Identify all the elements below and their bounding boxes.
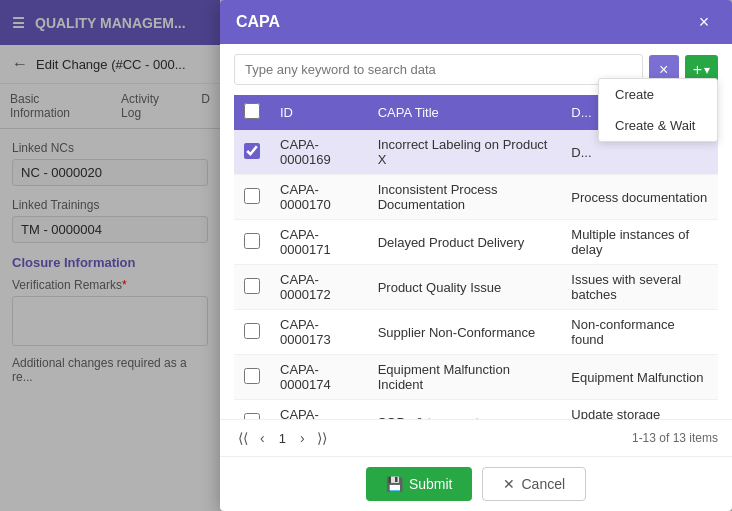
dropdown-arrow-icon: ▾ <box>704 63 710 77</box>
table-row: CAPA-0000170 Inconsistent Process Docume… <box>234 175 718 220</box>
row-checkbox[interactable] <box>244 323 260 339</box>
row-checkbox-cell <box>234 400 270 420</box>
row-id: CAPA-0000176 <box>270 400 368 420</box>
row-checkbox-cell <box>234 355 270 400</box>
modal-header: CAPA × <box>220 0 732 44</box>
row-checkbox[interactable] <box>244 188 260 204</box>
row-desc: Update storage location <box>561 400 718 420</box>
dropdown-menu: Create Create & Wait <box>598 78 718 142</box>
first-page-button[interactable]: ⟨⟨ <box>234 428 252 448</box>
modal-close-button[interactable]: × <box>692 10 716 34</box>
row-checkbox-cell <box>234 220 270 265</box>
dropdown-item-create-wait[interactable]: Create & Wait <box>599 110 717 141</box>
row-id: CAPA-0000171 <box>270 220 368 265</box>
table-row: CAPA-0000173 Supplier Non-Conformance No… <box>234 310 718 355</box>
row-desc: Non-conformance found <box>561 310 718 355</box>
row-id: CAPA-0000170 <box>270 175 368 220</box>
dropdown-item-create[interactable]: Create <box>599 79 717 110</box>
row-id: CAPA-0000174 <box>270 355 368 400</box>
submit-button[interactable]: 💾 Submit <box>366 467 473 501</box>
table-row: CAPA-0000172 Product Quality Issue Issue… <box>234 265 718 310</box>
row-checkbox-cell <box>234 310 270 355</box>
col-header-title: CAPA Title <box>368 95 562 130</box>
row-checkbox[interactable] <box>244 368 260 384</box>
search-input[interactable] <box>234 54 643 85</box>
prev-page-button[interactable]: ‹ <box>256 428 269 448</box>
col-header-id: ID <box>270 95 368 130</box>
modal-footer: 💾 Submit ✕ Cancel <box>220 456 732 511</box>
cancel-icon: ✕ <box>503 476 515 492</box>
table-row: CAPA-0000174 Equipment Malfunction Incid… <box>234 355 718 400</box>
row-checkbox[interactable] <box>244 233 260 249</box>
row-id: CAPA-0000173 <box>270 310 368 355</box>
row-checkbox[interactable] <box>244 143 260 159</box>
row-title: Delayed Product Delivery <box>368 220 562 265</box>
row-id: CAPA-0000169 <box>270 130 368 175</box>
plus-icon: + <box>693 61 702 79</box>
row-title: Equipment Malfunction Incident <box>368 355 562 400</box>
last-page-button[interactable]: ⟩⟩ <box>313 428 331 448</box>
submit-icon: 💾 <box>386 476 403 492</box>
row-desc: Equipment Malfunction <box>561 355 718 400</box>
modal-title: CAPA <box>236 13 280 31</box>
row-id: CAPA-0000172 <box>270 265 368 310</box>
row-title: Inconsistent Process Documentation <box>368 175 562 220</box>
row-desc: Multiple instances of delay <box>561 220 718 265</box>
pagination-row: ⟨⟨ ‹ 1 › ⟩⟩ 1-13 of 13 items <box>220 419 732 456</box>
table-body: CAPA-0000169 Incorrect Labeling on Produ… <box>234 130 718 419</box>
capa-modal: CAPA × × + ▾ Create Create & Wait ID CAP… <box>220 0 732 511</box>
row-checkbox-cell <box>234 130 270 175</box>
current-page-number: 1 <box>273 431 292 446</box>
row-title: Incorrect Labeling on Product X <box>368 130 562 175</box>
table-row: CAPA-0000176 SOPs & temperature Update s… <box>234 400 718 420</box>
next-page-button[interactable]: › <box>296 428 309 448</box>
pagination-info: 1-13 of 13 items <box>632 431 718 445</box>
cancel-button[interactable]: ✕ Cancel <box>482 467 586 501</box>
submit-label: Submit <box>409 476 453 492</box>
row-checkbox-cell <box>234 265 270 310</box>
pagination-buttons: ⟨⟨ ‹ 1 › ⟩⟩ <box>234 428 331 448</box>
row-checkbox[interactable] <box>244 278 260 294</box>
col-header-checkbox <box>234 95 270 130</box>
row-desc: Process documentation <box>561 175 718 220</box>
row-title: Product Quality Issue <box>368 265 562 310</box>
cancel-label: Cancel <box>521 476 565 492</box>
table-row: CAPA-0000171 Delayed Product Delivery Mu… <box>234 220 718 265</box>
capa-table-container: ID CAPA Title D... CAPA-0000169 Incorrec… <box>220 95 732 419</box>
row-title: Supplier Non-Conformance <box>368 310 562 355</box>
row-checkbox-cell <box>234 175 270 220</box>
row-desc: Issues with several batches <box>561 265 718 310</box>
capa-table: ID CAPA Title D... CAPA-0000169 Incorrec… <box>234 95 718 419</box>
row-title: SOPs & temperature <box>368 400 562 420</box>
select-all-checkbox[interactable] <box>244 103 260 119</box>
